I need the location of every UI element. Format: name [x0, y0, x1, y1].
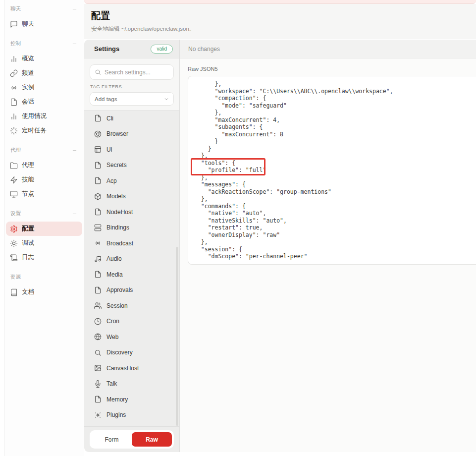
page-header: 配置 安全地编辑 ~/.openclaw/openclaw.json。 — [84, 4, 476, 39]
settings-item-models[interactable]: Models — [84, 189, 179, 205]
code-line: "profile": "full" — [194, 167, 476, 174]
editor-panel: No changes Raw JSON5 }, "workspace": "C:… — [180, 40, 476, 452]
sidebar-item-agents[interactable]: 代理 — [6, 158, 82, 172]
search-input[interactable] — [105, 69, 169, 76]
code-line: }, — [194, 238, 476, 246]
settings-item-cli[interactable]: Cli — [84, 111, 179, 126]
sidebar-item-docs[interactable]: 文档 — [6, 285, 82, 299]
settings-item-talk[interactable]: Talk — [84, 376, 179, 392]
layout-icon — [94, 146, 102, 153]
code-line: "compaction": { — [194, 95, 476, 102]
settings-item-nodehost[interactable]: NodeHost — [84, 204, 179, 220]
settings-item-memory[interactable]: Memory — [84, 392, 179, 407]
search-icon — [94, 349, 102, 356]
radio-icon — [94, 239, 102, 247]
page-title: 配置 — [91, 9, 476, 22]
settings-item-ui[interactable]: Ui — [84, 142, 179, 158]
file-icon — [94, 177, 102, 184]
image-icon — [94, 364, 102, 372]
sidebar-item-nodes[interactable]: 节点 — [6, 187, 82, 201]
code-line: "mode": "safeguard" — [194, 102, 476, 110]
settings-item-web[interactable]: Web — [84, 329, 179, 345]
file-icon — [94, 286, 102, 294]
settings-item-cron[interactable]: Cron — [84, 314, 179, 330]
code-line: "workspace": "C:\\Users\\ABC\\.openclaw\… — [194, 88, 476, 95]
code-line: }, — [194, 80, 476, 88]
code-line: "maxConcurrent": 4, — [194, 116, 476, 124]
sidebar-item-channels[interactable]: 频道 — [6, 66, 82, 80]
sidebar-item-logs[interactable]: 日志 — [6, 250, 82, 265]
settings-search-box[interactable] — [90, 64, 174, 80]
tag-filters-label: TAG FILTERS: — [90, 84, 173, 89]
folder-icon — [10, 162, 18, 170]
changes-status-bar: No changes — [180, 40, 476, 58]
code-line: "commands": { — [194, 203, 476, 210]
code-line: "dmScope": "per-channel-peer" — [194, 253, 476, 260]
sidebar-item-chat[interactable]: 聊天 — [6, 17, 82, 31]
settings-item-discovery[interactable]: Discovery — [84, 345, 179, 361]
bar-chart-icon — [10, 113, 18, 120]
chrome-icon — [94, 130, 102, 138]
section-header-settings[interactable]: 设置 — [4, 209, 84, 219]
settings-item-session[interactable]: Session — [84, 298, 179, 314]
raw-view-button[interactable]: Raw — [132, 432, 172, 447]
sidebar-item-cron-tasks[interactable]: 定时任务 — [6, 123, 82, 138]
sidebar-item-sessions[interactable]: 会话 — [6, 95, 82, 109]
gear-icon — [10, 225, 18, 233]
server-icon — [94, 224, 102, 231]
code-line: "session": { — [194, 246, 476, 253]
settings-item-acp[interactable]: Acp — [84, 173, 179, 189]
section-header-agents[interactable]: 代理 — [4, 145, 84, 155]
minus-icon[interactable] — [72, 148, 77, 153]
settings-item-browser[interactable]: Browser — [84, 126, 179, 142]
scroll-icon — [10, 254, 18, 262]
message-square-icon — [10, 20, 18, 28]
minus-icon[interactable] — [72, 6, 77, 12]
view-mode-segmented-control: Form Raw — [90, 430, 174, 449]
section-header-resources[interactable]: 资源 — [4, 272, 84, 282]
sun-icon — [10, 239, 18, 247]
settings-item-media[interactable]: Media — [84, 267, 179, 283]
settings-item-bindings[interactable]: Bindings — [84, 220, 179, 236]
add-tags-placeholder: Add tags — [95, 96, 117, 102]
add-tags-select[interactable]: Add tags — [90, 92, 174, 106]
settings-item-secrets[interactable]: Secrets — [84, 158, 179, 173]
sidebar-section-resources: 资源 文档 — [4, 272, 84, 299]
loader-icon — [10, 127, 18, 135]
mic-icon — [94, 380, 102, 388]
code-line: }, — [194, 152, 476, 160]
settings-item-approvals[interactable]: Approvals — [84, 283, 179, 298]
sidebar-item-config[interactable]: 配置 — [6, 222, 82, 236]
config-workspace: Settings valid TAG FILTERS: Add tags — [84, 40, 476, 452]
minus-icon[interactable] — [72, 41, 77, 47]
sidebar-item-skills[interactable]: 技能 — [6, 172, 82, 187]
globe-icon — [94, 333, 102, 341]
section-header-control[interactable]: 控制 — [4, 39, 84, 49]
monitor-icon — [10, 190, 18, 198]
settings-item-plugins[interactable]: Plugins — [84, 407, 179, 423]
section-header-chat[interactable]: 聊天 — [4, 4, 84, 14]
code-line: "messages": { — [194, 181, 476, 188]
minus-icon[interactable] — [72, 211, 77, 217]
sidebar-item-instances[interactable]: 实例 — [6, 80, 82, 95]
raw-json-editor[interactable]: }, "workspace": "C:\\Users\\ABC\\.opencl… — [188, 76, 476, 265]
clock-icon — [94, 318, 102, 325]
sidebar-item-usage[interactable]: 使用情况 — [6, 109, 82, 123]
scrollbar-thumb[interactable] — [176, 247, 178, 426]
sidebar-section-chat: 聊天 聊天 — [4, 4, 84, 31]
settings-item-canvashost[interactable]: CanvasHost — [84, 360, 179, 376]
link-icon — [10, 69, 18, 77]
valid-status-badge: valid — [151, 45, 173, 54]
sidebar-item-overview[interactable]: 概览 — [6, 52, 82, 66]
package-icon — [94, 193, 102, 200]
settings-panel-header: Settings valid — [84, 40, 179, 58]
file-icon — [10, 98, 18, 106]
form-view-button[interactable]: Form — [92, 432, 132, 447]
sidebar-item-debug[interactable]: 调试 — [6, 236, 82, 250]
settings-panel-title: Settings — [94, 45, 119, 53]
settings-item-broadcast[interactable]: Broadcast — [84, 235, 179, 251]
code-line: } — [194, 145, 476, 153]
main-area: 配置 安全地编辑 ~/.openclaw/openclaw.json。 Sett… — [84, 0, 476, 456]
settings-item-audio[interactable]: Audio — [84, 251, 179, 267]
file-icon — [94, 208, 102, 216]
